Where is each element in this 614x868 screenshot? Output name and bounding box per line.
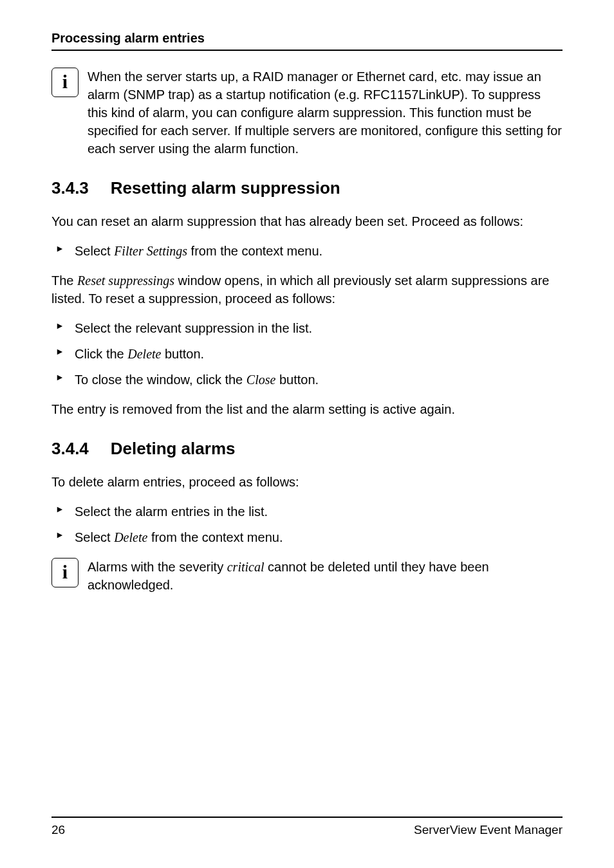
step-text: Select xyxy=(75,530,114,544)
step-text: button. xyxy=(161,347,204,361)
info-text-1: When the server starts up, a RAID manage… xyxy=(88,68,563,158)
step-text: button. xyxy=(275,373,319,387)
step-click-delete: Click the Delete button. xyxy=(51,345,563,363)
section-344-title: Deleting alarms xyxy=(111,439,236,458)
para-italic: Reset suppressings xyxy=(77,273,174,288)
step-italic: Close xyxy=(247,373,276,387)
section-344-heading: 3.4.4Deleting alarms xyxy=(51,439,563,459)
info-icon: i xyxy=(51,558,79,587)
section-343-title: Resetting alarm suppression xyxy=(111,178,340,198)
section-343-steps-b: Select the relevant suppression in the l… xyxy=(51,319,563,389)
step-text: To close the window, click the xyxy=(75,373,247,387)
footer-rule xyxy=(51,817,563,818)
step-italic: Delete xyxy=(114,530,147,544)
section-344-steps: Select the alarm entries in the list. Se… xyxy=(51,503,563,546)
section-343-steps-a: Select Filter Settings from the context … xyxy=(51,242,563,260)
info-italic: critical xyxy=(227,560,265,574)
step-text: Click the xyxy=(75,347,127,361)
step-select-delete: Select Delete from the context menu. xyxy=(51,528,563,546)
section-343-closing: The entry is removed from the list and t… xyxy=(51,400,563,418)
info-callout-1: i When the server starts up, a RAID mana… xyxy=(51,68,563,158)
section-343-intro: You can reset an alarm suppression that … xyxy=(51,212,563,230)
step-select-alarms: Select the alarm entries in the list. xyxy=(51,503,563,521)
info-icon: i xyxy=(51,68,79,97)
step-text: from the context menu. xyxy=(187,244,322,258)
running-header: Processing alarm entries xyxy=(51,31,563,46)
section-343-num: 3.4.3 xyxy=(51,178,89,198)
step-italic: Delete xyxy=(127,347,161,361)
section-344-num: 3.4.4 xyxy=(51,439,89,459)
info-text-2: Alarms with the severity critical cannot… xyxy=(88,558,563,594)
step-italic: Filter Settings xyxy=(114,244,187,258)
para-text: The xyxy=(51,273,77,288)
section-343-heading: 3.4.3Resetting alarm suppression xyxy=(51,178,563,198)
page-footer: 26 ServerView Event Manager xyxy=(51,817,563,837)
header-rule xyxy=(51,50,563,51)
step-click-close: To close the window, click the Close but… xyxy=(51,371,563,389)
section-343-para2: The Reset suppressings window opens, in … xyxy=(51,272,563,308)
step-filter-settings: Select Filter Settings from the context … xyxy=(51,242,563,260)
step-text: Select xyxy=(75,244,114,258)
section-344-intro: To delete alarm entries, proceed as foll… xyxy=(51,473,563,491)
footer-product-name: ServerView Event Manager xyxy=(414,823,563,837)
step-text: from the context menu. xyxy=(147,530,283,544)
info-callout-2: i Alarms with the severity critical cann… xyxy=(51,558,563,594)
step-select-suppression: Select the relevant suppression in the l… xyxy=(51,319,563,337)
footer-page-number: 26 xyxy=(51,823,65,837)
info-text: Alarms with the severity xyxy=(88,560,227,574)
